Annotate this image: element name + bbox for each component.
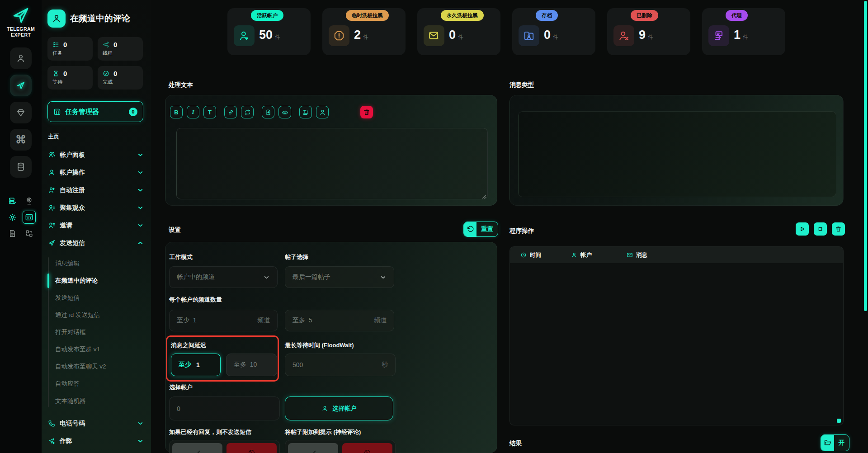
user-icon: [48, 169, 56, 176]
sidebar-item[interactable]: 电话号码: [42, 415, 151, 432]
toolbar-textT-button[interactable]: T: [203, 106, 216, 118]
floodwait-label: 最长等待时间 (FloodWait): [285, 341, 354, 349]
stat-label: 线程: [103, 50, 138, 57]
stat-card: 活跃帐户50件: [227, 8, 311, 55]
mini-item-webcam-user[interactable]: [23, 194, 36, 208]
start-button[interactable]: [796, 222, 809, 236]
submenu-item[interactable]: 打开对话框: [42, 324, 151, 341]
task-manager-button[interactable]: 任务管理器 0: [47, 101, 143, 122]
delay-min-input[interactable]: 至少 1: [171, 354, 221, 376]
sidebar-item[interactable]: 帐户操作: [42, 164, 151, 181]
stat-card: 永久洗板拉黑0件: [417, 8, 500, 55]
checklist-icon: [52, 41, 59, 48]
stat-card-value: 1件: [734, 28, 748, 42]
message-text-input[interactable]: [176, 128, 488, 199]
proxy-icon: [708, 25, 729, 46]
toolbar-file-down-button[interactable]: [262, 106, 274, 118]
link-icon: [227, 109, 234, 116]
floodwait-input[interactable]: 500 秒: [285, 354, 396, 376]
toggle-no-option[interactable]: [226, 443, 277, 453]
toolbar-robot-button[interactable]: [278, 106, 291, 118]
mini-item-server-check[interactable]: [6, 194, 19, 208]
account-count-input[interactable]: 0: [169, 396, 280, 420]
open-results-button[interactable]: 开: [821, 434, 849, 451]
resize-handle[interactable]: [837, 419, 841, 423]
channels-min-input[interactable]: 至少 1 频道: [169, 310, 278, 331]
clock-icon: [520, 252, 527, 258]
textarea-resize-grip[interactable]: [482, 194, 486, 199]
rail-item-database[interactable]: [10, 156, 32, 178]
submenu-item[interactable]: 自动发布至聊天 v2: [42, 358, 151, 375]
sidebar-item[interactable]: 帐户面板: [42, 146, 151, 164]
submenu-item[interactable]: 自动发布至群 v1: [42, 341, 151, 358]
stat-label: 等待: [52, 79, 88, 85]
sidebar-item[interactable]: 邀请: [42, 217, 151, 234]
chevron-down-icon: [137, 169, 144, 176]
work-mode-select[interactable]: 帐户中的频道: [169, 266, 278, 288]
mini-item-swap-squares[interactable]: [23, 227, 36, 240]
message-type-list[interactable]: [518, 111, 836, 197]
toolbar-text-lines-button[interactable]: [299, 106, 312, 118]
message-type-panel: [509, 95, 844, 206]
stat-card: 已删除9件: [607, 8, 690, 55]
toggle-yes-option[interactable]: [172, 443, 222, 453]
rail-item-gem[interactable]: [10, 102, 32, 123]
mini-item-gear-chat[interactable]: [6, 211, 19, 224]
reset-icon: [464, 222, 476, 236]
submenu-item[interactable]: 文本随机器: [42, 392, 151, 410]
stat-tile: 0线程: [98, 37, 143, 61]
chevron-down-icon: [137, 222, 144, 229]
operations-title: 程序操作: [509, 227, 534, 235]
column-label: 时间: [530, 251, 541, 259]
submenu-item[interactable]: 自动应答: [42, 375, 151, 392]
status-badge: 存档: [536, 10, 558, 21]
stat-value: 0: [63, 41, 67, 48]
sidebar-item[interactable]: 聚集观众: [42, 199, 151, 217]
rail-item-send[interactable]: [10, 75, 32, 96]
channels-max-input[interactable]: 至多 5 频道: [285, 310, 394, 331]
send-icon: [48, 239, 56, 247]
reset-button[interactable]: 重置: [463, 222, 498, 237]
ban-icon: [248, 449, 255, 453]
submenu-item[interactable]: 在频道中的评论: [42, 272, 151, 289]
stat-card: 存档0件: [512, 8, 595, 55]
scrollbar[interactable]: [864, 1, 867, 311]
stop-icon: [817, 226, 824, 232]
database-icon: [16, 162, 26, 172]
rail-item-user[interactable]: [10, 47, 32, 69]
choose-accounts-button[interactable]: 选择帐户: [285, 396, 393, 420]
toolbar-link-button[interactable]: [224, 106, 237, 118]
delete-text-button[interactable]: [360, 106, 373, 118]
toolbar-bold-button[interactable]: B: [170, 106, 183, 118]
submenu-item[interactable]: 通过 id 发送短信: [42, 307, 151, 324]
webcam-user-icon: [25, 197, 33, 205]
toggle-no-option[interactable]: [342, 443, 392, 453]
share-icon: [103, 41, 109, 48]
server-check-icon: [8, 197, 17, 205]
submenu-item[interactable]: 发送短信: [42, 289, 151, 307]
sidebar-item[interactable]: 作弊: [42, 432, 151, 450]
toolbar-user-button[interactable]: [316, 106, 329, 118]
stat-tile: 0完成: [98, 66, 143, 90]
sidebar-item[interactable]: 自动注册: [42, 181, 151, 199]
delay-max-input[interactable]: 至多 10: [226, 354, 277, 376]
stat-card-value: 0件: [544, 28, 558, 42]
mini-item-doc-check[interactable]: [6, 227, 19, 240]
folder-user-icon: [519, 25, 539, 46]
toolbar-italic-button[interactable]: I: [187, 106, 199, 118]
stop-button[interactable]: [814, 222, 827, 236]
code-window-icon: [25, 213, 33, 222]
sidebar-item[interactable]: 发送短信: [42, 234, 151, 252]
stat-card-value: 9件: [639, 28, 653, 42]
post-select[interactable]: 最后一篇帖子: [285, 266, 394, 288]
post-select-label: 帖子选择: [285, 253, 308, 261]
clear-log-button[interactable]: [832, 222, 845, 236]
operations-log: [510, 263, 843, 425]
toggle-yes-option[interactable]: [288, 443, 338, 453]
rail-item-command[interactable]: ⌘: [10, 129, 32, 151]
toolbar-repeat-button[interactable]: [241, 106, 254, 118]
mini-item-code-window[interactable]: [23, 211, 36, 224]
no-reply-toggle: [169, 440, 280, 453]
submenu-item[interactable]: 消息编辑: [42, 255, 151, 272]
users-icon: [48, 151, 56, 159]
